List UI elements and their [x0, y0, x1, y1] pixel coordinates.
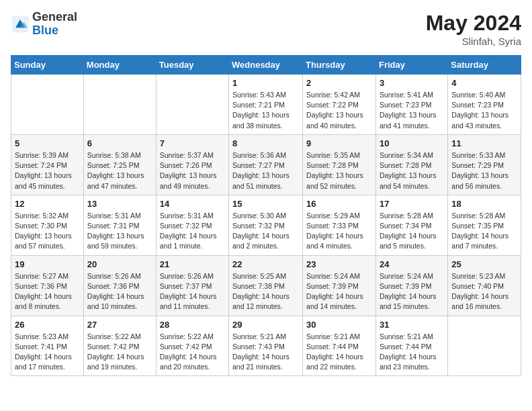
- logo: General Blue: [11, 11, 77, 38]
- calendar-cell: 31Sunrise: 5:21 AMSunset: 7:44 PMDayligh…: [375, 316, 447, 376]
- calendar-cell: 2Sunrise: 5:42 AMSunset: 7:22 PMDaylight…: [303, 75, 376, 135]
- weekday-header: Monday: [83, 56, 156, 75]
- day-number: 14: [160, 199, 225, 209]
- day-number: 6: [87, 138, 152, 148]
- month-year: May 2024: [426, 11, 521, 36]
- day-info: Sunrise: 5:32 AMSunset: 7:30 PMDaylight:…: [15, 211, 80, 252]
- calendar-cell: 1Sunrise: 5:43 AMSunset: 7:21 PMDaylight…: [229, 75, 303, 135]
- calendar-cell: 3Sunrise: 5:41 AMSunset: 7:23 PMDaylight…: [375, 75, 447, 135]
- day-number: 27: [87, 320, 152, 330]
- title-block: May 2024 Slinfah, Syria: [426, 11, 521, 47]
- calendar-cell: 7Sunrise: 5:37 AMSunset: 7:26 PMDaylight…: [156, 134, 228, 195]
- day-info: Sunrise: 5:38 AMSunset: 7:25 PMDaylight:…: [87, 150, 152, 191]
- day-info: Sunrise: 5:28 AMSunset: 7:35 PMDaylight:…: [451, 211, 517, 252]
- logo-general: General: [32, 10, 77, 24]
- calendar-cell: 4Sunrise: 5:40 AMSunset: 7:23 PMDaylight…: [448, 75, 521, 135]
- calendar-week-row: 1Sunrise: 5:43 AMSunset: 7:21 PMDaylight…: [11, 75, 521, 135]
- day-info: Sunrise: 5:25 AMSunset: 7:38 PMDaylight:…: [232, 271, 299, 312]
- day-info: Sunrise: 5:34 AMSunset: 7:28 PMDaylight:…: [380, 150, 444, 191]
- day-number: 29: [232, 320, 299, 330]
- day-number: 18: [451, 199, 517, 209]
- day-info: Sunrise: 5:31 AMSunset: 7:31 PMDaylight:…: [87, 211, 152, 252]
- weekday-header-row: SundayMondayTuesdayWednesdayThursdayFrid…: [11, 56, 521, 75]
- calendar-cell: 8Sunrise: 5:36 AMSunset: 7:27 PMDaylight…: [229, 134, 303, 195]
- calendar-cell: 28Sunrise: 5:22 AMSunset: 7:42 PMDayligh…: [156, 316, 228, 376]
- calendar-week-row: 19Sunrise: 5:27 AMSunset: 7:36 PMDayligh…: [11, 255, 521, 316]
- day-number: 7: [160, 138, 225, 148]
- calendar-cell: 10Sunrise: 5:34 AMSunset: 7:28 PMDayligh…: [375, 134, 447, 195]
- calendar-week-row: 12Sunrise: 5:32 AMSunset: 7:30 PMDayligh…: [11, 195, 521, 255]
- day-info: Sunrise: 5:22 AMSunset: 7:42 PMDaylight:…: [87, 332, 152, 373]
- day-info: Sunrise: 5:42 AMSunset: 7:22 PMDaylight:…: [306, 90, 372, 131]
- day-info: Sunrise: 5:26 AMSunset: 7:37 PMDaylight:…: [160, 271, 225, 312]
- day-info: Sunrise: 5:43 AMSunset: 7:21 PMDaylight:…: [232, 90, 299, 131]
- day-number: 1: [232, 78, 299, 88]
- day-info: Sunrise: 5:28 AMSunset: 7:34 PMDaylight:…: [380, 211, 444, 252]
- calendar-cell: 9Sunrise: 5:35 AMSunset: 7:28 PMDaylight…: [303, 134, 376, 195]
- calendar-cell: 22Sunrise: 5:25 AMSunset: 7:38 PMDayligh…: [229, 255, 303, 316]
- calendar-cell: 18Sunrise: 5:28 AMSunset: 7:35 PMDayligh…: [448, 195, 521, 255]
- calendar-cell: 20Sunrise: 5:26 AMSunset: 7:36 PMDayligh…: [83, 255, 156, 316]
- day-info: Sunrise: 5:29 AMSunset: 7:33 PMDaylight:…: [306, 211, 372, 252]
- calendar-cell: [83, 75, 156, 135]
- calendar-cell: 19Sunrise: 5:27 AMSunset: 7:36 PMDayligh…: [11, 255, 84, 316]
- weekday-header: Sunday: [11, 56, 84, 75]
- calendar-cell: 16Sunrise: 5:29 AMSunset: 7:33 PMDayligh…: [303, 195, 376, 255]
- calendar-cell: 13Sunrise: 5:31 AMSunset: 7:31 PMDayligh…: [83, 195, 156, 255]
- day-info: Sunrise: 5:21 AMSunset: 7:43 PMDaylight:…: [232, 332, 299, 373]
- calendar-cell: 26Sunrise: 5:23 AMSunset: 7:41 PMDayligh…: [11, 316, 84, 376]
- day-number: 5: [15, 138, 80, 148]
- day-number: 25: [451, 259, 517, 269]
- location: Slinfah, Syria: [426, 36, 521, 47]
- weekday-header: Tuesday: [156, 56, 228, 75]
- day-info: Sunrise: 5:35 AMSunset: 7:28 PMDaylight:…: [306, 150, 372, 191]
- day-number: 26: [15, 320, 80, 330]
- day-info: Sunrise: 5:24 AMSunset: 7:39 PMDaylight:…: [306, 271, 372, 312]
- day-info: Sunrise: 5:21 AMSunset: 7:44 PMDaylight:…: [380, 332, 444, 373]
- day-number: 13: [87, 199, 152, 209]
- calendar-week-row: 26Sunrise: 5:23 AMSunset: 7:41 PMDayligh…: [11, 316, 521, 376]
- day-number: 19: [15, 259, 80, 269]
- calendar-cell: 21Sunrise: 5:26 AMSunset: 7:37 PMDayligh…: [156, 255, 228, 316]
- day-info: Sunrise: 5:40 AMSunset: 7:23 PMDaylight:…: [451, 90, 517, 131]
- day-number: 30: [306, 320, 372, 330]
- logo-text: General Blue: [32, 11, 77, 38]
- calendar-table: SundayMondayTuesdayWednesdayThursdayFrid…: [11, 55, 521, 376]
- calendar-cell: 23Sunrise: 5:24 AMSunset: 7:39 PMDayligh…: [303, 255, 376, 316]
- day-info: Sunrise: 5:27 AMSunset: 7:36 PMDaylight:…: [15, 271, 80, 312]
- day-number: 10: [380, 138, 444, 148]
- calendar-cell: 30Sunrise: 5:21 AMSunset: 7:44 PMDayligh…: [303, 316, 376, 376]
- calendar-cell: [11, 75, 84, 135]
- day-info: Sunrise: 5:30 AMSunset: 7:32 PMDaylight:…: [232, 211, 299, 252]
- logo-blue: Blue: [32, 24, 58, 37]
- day-info: Sunrise: 5:41 AMSunset: 7:23 PMDaylight:…: [380, 90, 444, 131]
- calendar-week-row: 5Sunrise: 5:39 AMSunset: 7:24 PMDaylight…: [11, 134, 521, 195]
- day-info: Sunrise: 5:23 AMSunset: 7:40 PMDaylight:…: [451, 271, 517, 312]
- day-info: Sunrise: 5:33 AMSunset: 7:29 PMDaylight:…: [451, 150, 517, 191]
- day-number: 2: [306, 78, 372, 88]
- calendar-cell: 5Sunrise: 5:39 AMSunset: 7:24 PMDaylight…: [11, 134, 84, 195]
- day-info: Sunrise: 5:31 AMSunset: 7:32 PMDaylight:…: [160, 211, 225, 252]
- weekday-header: Wednesday: [229, 56, 303, 75]
- day-info: Sunrise: 5:21 AMSunset: 7:44 PMDaylight:…: [306, 332, 372, 373]
- day-number: 23: [306, 259, 372, 269]
- calendar-cell: 25Sunrise: 5:23 AMSunset: 7:40 PMDayligh…: [448, 255, 521, 316]
- day-info: Sunrise: 5:39 AMSunset: 7:24 PMDaylight:…: [15, 150, 80, 191]
- day-info: Sunrise: 5:26 AMSunset: 7:36 PMDaylight:…: [87, 271, 152, 312]
- day-number: 9: [306, 138, 372, 148]
- day-info: Sunrise: 5:37 AMSunset: 7:26 PMDaylight:…: [160, 150, 225, 191]
- day-number: 21: [160, 259, 225, 269]
- day-info: Sunrise: 5:23 AMSunset: 7:41 PMDaylight:…: [15, 332, 80, 373]
- day-number: 4: [451, 78, 517, 88]
- calendar-cell: 29Sunrise: 5:21 AMSunset: 7:43 PMDayligh…: [229, 316, 303, 376]
- day-number: 20: [87, 259, 152, 269]
- day-number: 15: [232, 199, 299, 209]
- day-info: Sunrise: 5:36 AMSunset: 7:27 PMDaylight:…: [232, 150, 299, 191]
- day-number: 17: [380, 199, 444, 209]
- day-number: 31: [380, 320, 444, 330]
- page-header: General Blue May 2024 Slinfah, Syria: [11, 11, 521, 47]
- day-number: 22: [232, 259, 299, 269]
- day-info: Sunrise: 5:22 AMSunset: 7:42 PMDaylight:…: [160, 332, 225, 373]
- day-info: Sunrise: 5:24 AMSunset: 7:39 PMDaylight:…: [380, 271, 444, 312]
- calendar-cell: [448, 316, 521, 376]
